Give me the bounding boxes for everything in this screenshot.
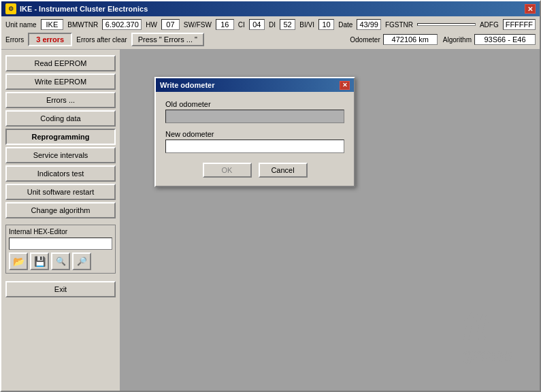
new-odometer-label: New odometer bbox=[165, 130, 344, 138]
adfg-label: ADFG bbox=[480, 21, 499, 29]
zoom-in-button[interactable]: 🔍 bbox=[51, 252, 70, 270]
title-bar-left: ⚙ IKE - Instrument Cluster Electronics bbox=[5, 3, 148, 14]
dialog-body: Old odometer New odometer OK Cancel bbox=[156, 92, 354, 186]
date-label: Date bbox=[338, 21, 353, 29]
change-algorithm-button[interactable]: Change algorithm bbox=[5, 202, 116, 218]
ok-button[interactable]: OK bbox=[203, 163, 252, 178]
hw-field: 07 bbox=[161, 19, 180, 30]
zoom-out-button[interactable]: 🔎 bbox=[72, 252, 91, 270]
main-window: ⚙ IKE - Instrument Cluster Electronics ✕… bbox=[0, 0, 541, 392]
service-intervals-button[interactable]: Service intervals bbox=[5, 147, 116, 163]
content-area: Read EEPROM Write EEPROM Errors ... Codi… bbox=[1, 50, 540, 391]
ci-label: CI bbox=[238, 21, 245, 29]
bmwtnr-field: 6.902.370 bbox=[102, 19, 142, 30]
zoom-out-icon: 🔎 bbox=[77, 257, 87, 266]
hex-editor-group: Internal HEX-Editor 📂 💾 🔍 🔎 bbox=[5, 225, 116, 274]
write-odometer-dialog: Write odometer ✕ Old odometer New odomet… bbox=[154, 77, 355, 187]
ci-field: 04 bbox=[249, 19, 265, 30]
dialog-buttons: OK Cancel bbox=[165, 163, 344, 178]
di-field: 52 bbox=[280, 19, 295, 30]
app-icon: ⚙ bbox=[5, 3, 16, 14]
errors-after-clear-label: Errors after clear bbox=[76, 36, 127, 44]
errors-label: Errors bbox=[5, 36, 24, 44]
hw-label: HW bbox=[146, 21, 157, 29]
window-title: IKE - Instrument Cluster Electronics bbox=[20, 5, 148, 13]
write-eeprom-button[interactable]: Write EEPROM bbox=[5, 74, 116, 90]
bivi-field: 10 bbox=[318, 19, 334, 30]
zoom-in-icon: 🔍 bbox=[56, 257, 66, 266]
old-odometer-input[interactable] bbox=[165, 110, 344, 123]
dialog-close-button[interactable]: ✕ bbox=[340, 81, 350, 90]
bmwtnr-label: BMWTNR bbox=[67, 21, 98, 29]
hex-editor-label: Internal HEX-Editor bbox=[9, 228, 112, 235]
odometer-label: Odometer bbox=[350, 36, 380, 44]
errors-group: Errors 3 errors Errors after clear Press… bbox=[5, 33, 204, 46]
new-odometer-input[interactable] bbox=[165, 140, 344, 153]
odometer-field: 472106 km bbox=[383, 34, 438, 45]
hex-editor-input[interactable] bbox=[9, 238, 112, 250]
swfsw-label: SW/FSW bbox=[184, 21, 212, 29]
fgstnr-field bbox=[417, 23, 476, 26]
open-folder-icon: 📂 bbox=[13, 256, 24, 267]
open-folder-button[interactable]: 📂 bbox=[9, 252, 28, 270]
header-row1: Unit name IKE BMWTNR 6.902.370 HW 07 SW/… bbox=[5, 19, 536, 30]
reprogramming-button[interactable]: Reprogramming bbox=[5, 129, 116, 145]
coding-data-button[interactable]: Coding data bbox=[5, 110, 116, 127]
errors-count-badge: 3 errors bbox=[28, 33, 72, 46]
dialog-title-bar: Write odometer ✕ bbox=[156, 78, 354, 92]
date-field: 43/99 bbox=[357, 19, 381, 30]
exit-button[interactable]: Exit bbox=[5, 281, 116, 297]
hex-icons-row: 📂 💾 🔍 🔎 bbox=[9, 252, 112, 270]
cancel-button[interactable]: Cancel bbox=[259, 163, 308, 178]
indicators-test-button[interactable]: Indicators test bbox=[5, 165, 116, 182]
press-errors-button[interactable]: Press " Errors ... " bbox=[131, 33, 204, 46]
errors-button[interactable]: Errors ... bbox=[5, 92, 116, 108]
adfg-field: FFFFFF bbox=[503, 19, 536, 30]
algorithm-group: Algorithm 93S66 - E46 bbox=[443, 34, 536, 45]
unit-name-label: Unit name bbox=[5, 21, 37, 29]
title-bar: ⚙ IKE - Instrument Cluster Electronics ✕ bbox=[1, 1, 540, 16]
fgstnr-label: FGSTNR bbox=[385, 21, 413, 29]
algorithm-field: 93S66 - E46 bbox=[474, 34, 536, 45]
read-eeprom-button[interactable]: Read EEPROM bbox=[5, 55, 116, 71]
dialog-overlay: Write odometer ✕ Old odometer New odomet… bbox=[120, 50, 540, 391]
unit-name-field: IKE bbox=[41, 19, 64, 30]
window-close-button[interactable]: ✕ bbox=[525, 4, 536, 14]
main-content: ft group Write odometer ✕ Old odometer N… bbox=[120, 50, 540, 391]
old-odometer-label: Old odometer bbox=[165, 100, 344, 108]
header-row2: Errors 3 errors Errors after clear Press… bbox=[5, 33, 536, 46]
dialog-title: Write odometer bbox=[160, 81, 214, 89]
di-label: DI bbox=[269, 21, 276, 29]
sidebar: Read EEPROM Write EEPROM Errors ... Codi… bbox=[1, 50, 120, 391]
swfsw-field: 16 bbox=[216, 19, 234, 30]
header-area: Unit name IKE BMWTNR 6.902.370 HW 07 SW/… bbox=[1, 16, 540, 50]
bivi-label: BI/VI bbox=[299, 21, 314, 29]
unit-software-restart-button[interactable]: Unit software restart bbox=[5, 184, 116, 200]
save-button[interactable]: 💾 bbox=[30, 252, 49, 270]
odometer-group: Odometer 472106 km bbox=[350, 34, 437, 45]
save-icon: 💾 bbox=[34, 256, 46, 267]
algorithm-label: Algorithm bbox=[443, 36, 472, 44]
